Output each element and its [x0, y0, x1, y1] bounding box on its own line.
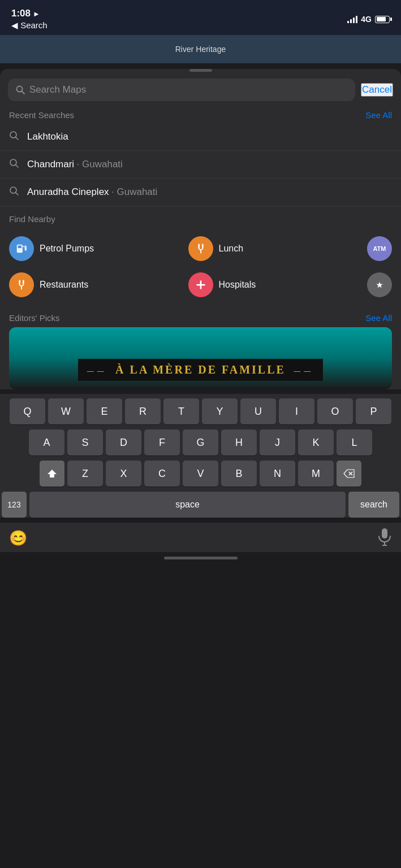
- search-history-icon: [9, 131, 19, 143]
- keyboard-row-2: A S D F G H J K L: [2, 429, 399, 455]
- recent-item-chandmari[interactable]: Chandmari · Guwahati: [0, 151, 401, 179]
- recent-item-name: Chandmari: [27, 159, 74, 170]
- numbers-key[interactable]: 123: [2, 492, 27, 518]
- location-icon: ►: [33, 10, 40, 18]
- key-r[interactable]: R: [125, 398, 161, 424]
- key-q[interactable]: Q: [10, 398, 45, 424]
- svg-line-3: [16, 137, 19, 140]
- recent-see-all-button[interactable]: See All: [365, 110, 392, 120]
- key-i[interactable]: I: [279, 398, 314, 424]
- key-u[interactable]: U: [240, 398, 276, 424]
- svg-rect-9: [18, 246, 21, 249]
- map-background: River Heritage: [0, 35, 401, 63]
- recent-item-location: · Guwahati: [77, 159, 123, 170]
- key-m[interactable]: M: [298, 461, 334, 487]
- search-return-key[interactable]: search: [348, 492, 399, 518]
- food-icon: [188, 236, 213, 261]
- keyboard-row-1: Q W E R T Y U I O P: [2, 398, 399, 424]
- search-input[interactable]: Search Maps: [29, 84, 347, 96]
- petrol-icon: [9, 236, 34, 261]
- editors-see-all-button[interactable]: See All: [365, 313, 392, 323]
- editors-card-image: —— À La Mère De Famille ——: [9, 327, 392, 389]
- nearby-item-label: Petrol Pumps: [40, 244, 94, 254]
- svg-point-10: [25, 249, 26, 250]
- key-t[interactable]: T: [163, 398, 199, 424]
- nearby-item-label: Hospitals: [219, 280, 256, 290]
- mic-button[interactable]: [377, 527, 392, 549]
- nearby-lunch[interactable]: Lunch: [188, 231, 368, 267]
- key-o[interactable]: O: [317, 398, 353, 424]
- emoji-button[interactable]: 😊: [9, 530, 27, 547]
- key-a[interactable]: A: [29, 429, 64, 455]
- nearby-petrol-pumps[interactable]: Petrol Pumps: [9, 231, 188, 267]
- search-icon: [16, 85, 25, 94]
- recent-item-name: Anuradha Cineplex: [27, 186, 109, 197]
- key-b[interactable]: B: [221, 461, 257, 487]
- key-g[interactable]: G: [183, 429, 218, 455]
- key-k[interactable]: K: [298, 429, 334, 455]
- key-n[interactable]: N: [260, 461, 295, 487]
- nearby-favorites[interactable]: ★: [367, 272, 392, 297]
- find-nearby-grid: Petrol Pumps Lunch ATM: [0, 228, 401, 309]
- svg-rect-20: [382, 528, 387, 539]
- recent-item-cineplex[interactable]: Anuradha Cineplex · Guwahati: [0, 179, 401, 206]
- key-x[interactable]: X: [106, 461, 141, 487]
- signal-bars: [347, 15, 357, 23]
- recent-searches-header: Recent Searches See All: [0, 107, 401, 123]
- space-key[interactable]: space: [29, 492, 346, 518]
- nearby-hospitals[interactable]: Hospitals: [188, 267, 368, 303]
- keyboard: Q W E R T Y U I O P A S D F G H J K L Z …: [0, 394, 401, 518]
- back-button[interactable]: ◀ Search: [11, 20, 48, 31]
- find-nearby-title: Find Nearby: [0, 206, 401, 228]
- editors-picks-header: Editors' Picks See All: [0, 309, 401, 327]
- status-time: 1:08 ►: [11, 8, 48, 19]
- key-s[interactable]: S: [67, 429, 103, 455]
- recent-item-name: Lakhtokia: [27, 131, 68, 142]
- editors-picks-card[interactable]: —— À La Mère De Famille ——: [9, 327, 392, 389]
- key-e[interactable]: E: [87, 398, 122, 424]
- search-history-icon: [9, 158, 19, 171]
- network-type: 4G: [361, 15, 372, 24]
- svg-marker-17: [48, 470, 57, 478]
- search-input-wrap[interactable]: Search Maps: [8, 79, 355, 101]
- key-c[interactable]: C: [144, 461, 180, 487]
- key-f[interactable]: F: [144, 429, 180, 455]
- recent-item-location: · Guwahati: [111, 186, 157, 197]
- key-j[interactable]: J: [260, 429, 295, 455]
- restaurant-icon: [9, 272, 34, 297]
- hospital-icon: [188, 272, 213, 297]
- cancel-button[interactable]: Cancel: [361, 83, 393, 97]
- keyboard-row-3: Z X C V B N M: [2, 461, 399, 487]
- key-v[interactable]: V: [183, 461, 218, 487]
- nearby-item-label: Restaurants: [40, 280, 88, 290]
- delete-key[interactable]: [337, 461, 361, 487]
- key-l[interactable]: L: [337, 429, 372, 455]
- status-bar: 1:08 ► ◀ Search 4G: [0, 0, 401, 35]
- card-deco-right: ——: [294, 367, 314, 375]
- map-label: River Heritage: [175, 45, 226, 54]
- card-deco-left: ——: [87, 367, 107, 375]
- editors-picks-title: Editors' Picks: [9, 313, 60, 323]
- key-y[interactable]: Y: [202, 398, 238, 424]
- key-p[interactable]: P: [356, 398, 391, 424]
- keyboard-extras-bar: 😊: [0, 523, 401, 552]
- search-history-icon: [9, 186, 19, 198]
- search-bar-row: Search Maps Cancel: [0, 72, 401, 107]
- svg-line-5: [16, 165, 19, 168]
- keyboard-bottom-row: 123 space search: [2, 492, 399, 518]
- bottom-sheet: Search Maps Cancel Recent Searches See A…: [0, 69, 401, 389]
- shift-key[interactable]: [40, 461, 64, 487]
- key-d[interactable]: D: [106, 429, 141, 455]
- key-h[interactable]: H: [221, 429, 257, 455]
- home-indicator: [164, 557, 238, 559]
- recent-searches-title: Recent Searches: [9, 110, 74, 120]
- status-right: 4G: [347, 15, 390, 24]
- key-z[interactable]: Z: [67, 461, 103, 487]
- svg-line-1: [22, 92, 25, 94]
- nearby-atm[interactable]: ATM: [367, 236, 392, 261]
- svg-line-7: [16, 193, 19, 196]
- battery-icon: [375, 16, 390, 23]
- key-w[interactable]: W: [48, 398, 84, 424]
- nearby-restaurants[interactable]: Restaurants: [9, 267, 188, 303]
- recent-item-lakhtokia[interactable]: Lakhtokia: [0, 123, 401, 151]
